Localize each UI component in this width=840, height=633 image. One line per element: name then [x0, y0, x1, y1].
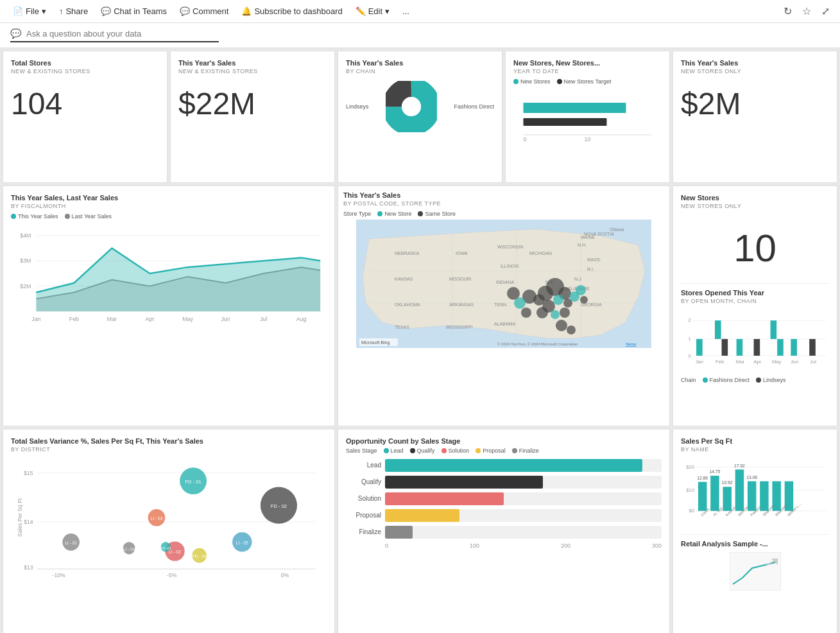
svg-rect-92	[791, 339, 797, 356]
lead-bar-row: Lead	[346, 459, 662, 472]
svg-text:Mar: Mar	[736, 359, 745, 365]
svg-text:0%: 0%	[281, 571, 289, 578]
qa-input[interactable]	[26, 29, 219, 39]
line-chart-title: This Year Sales, Last Year Sales	[11, 194, 327, 202]
svg-text:LI - 04: LI - 04	[123, 546, 135, 551]
bubble-chart-card[interactable]: Total Sales Variance %, Sales Per Sq Ft,…	[3, 429, 335, 633]
qa-input-wrapper[interactable]: 💬	[10, 28, 219, 42]
svg-text:© 2024 TomTom, © 2024 Microsof: © 2024 TomTom, © 2024 Microsoft Corporat…	[497, 342, 578, 346]
svg-text:IOWA: IOWA	[456, 251, 468, 256]
comment-button[interactable]: 💬 Comment	[175, 4, 234, 19]
sales-per-sqft-card[interactable]: Sales Per Sq Ft BY NAME $20 $10 $0 12.86…	[673, 429, 837, 633]
solution-legend: Solution	[441, 447, 470, 454]
svg-text:N.J.: N.J.	[574, 277, 583, 281]
subscribe-label: Subscribe to dashboard	[254, 6, 342, 16]
finalize-dot	[512, 448, 517, 453]
lindseys-legend: Lindseys	[756, 377, 786, 383]
topbar-right: ↻ ☆ ⤢	[781, 3, 832, 20]
svg-text:FD-03: FD-03	[160, 546, 171, 550]
line-chart-subtitle: BY FISCALMONTH	[11, 203, 327, 209]
proposal-fill	[385, 509, 459, 522]
new-stores-only-subtitle: NEW STORES ONLY	[681, 68, 829, 74]
new-stores-panel[interactable]: New Stores NEW STORES ONLY 10 Stores Ope…	[673, 186, 837, 426]
edit-chevron: ▾	[385, 6, 390, 16]
chat-teams-button[interactable]: 💬 Chat in Teams	[96, 4, 172, 19]
fashions-label: Fashions Direct	[454, 103, 494, 110]
svg-text:LI - 03: LI - 03	[151, 516, 163, 521]
file-menu[interactable]: 📄 File ▾	[8, 4, 51, 19]
svg-text:WISCONSIN: WISCONSIN	[497, 245, 523, 249]
refresh-icon[interactable]: ↻	[781, 3, 794, 20]
this-year-legend: This Year Sales	[11, 213, 58, 220]
svg-text:FD - 01: FD - 01	[185, 479, 201, 485]
this-year-sales-card[interactable]: This Year's Sales NEW & EXISTING STORES …	[170, 51, 335, 183]
qa-icon: 💬	[10, 28, 21, 39]
svg-text:ALABAMA: ALABAMA	[494, 322, 515, 326]
this-year-dot	[11, 214, 16, 219]
svg-text:$20: $20	[686, 464, 694, 470]
new-stores-panel-subtitle: NEW STORES ONLY	[681, 203, 829, 209]
lead-dot	[384, 448, 389, 453]
new-stores-only-value: $2M	[681, 87, 829, 121]
finalize-label: Finalize	[346, 528, 381, 535]
svg-point-2	[402, 97, 421, 116]
this-year-sales-subtitle: NEW & EXISTING STORES	[178, 68, 327, 74]
svg-point-70	[507, 287, 520, 300]
spf-chart-svg: $20 $10 $0 12.86 14.75 10.92 17.92 13.08	[681, 456, 829, 527]
svg-text:MASS.: MASS.	[587, 257, 601, 262]
sales-by-chain-card[interactable]: This Year's Sales BY CHAIN Lindseys Fash…	[338, 51, 502, 183]
map-card[interactable]: This Year's Sales BY POSTAL CODE, STORE …	[338, 186, 670, 426]
favorite-icon[interactable]: ☆	[800, 3, 814, 20]
new-stores-ytd-chart: 0 10	[513, 90, 662, 141]
svg-text:10.92: 10.92	[722, 480, 733, 485]
file-icon: 📄	[13, 6, 23, 16]
opportunity-card[interactable]: Opportunity Count by Sales Stage Sales S…	[338, 429, 670, 633]
lindseys-dot	[756, 377, 761, 383]
teams-icon: 💬	[101, 6, 111, 16]
svg-rect-88	[737, 339, 743, 356]
lead-label: Lead	[346, 462, 381, 469]
total-stores-card[interactable]: Total Stores NEW & EXISTING STORES 104	[3, 51, 167, 183]
svg-text:KANSAS: KANSAS	[395, 277, 413, 281]
line-chart-card[interactable]: This Year Sales, Last Year Sales BY FISC…	[3, 186, 335, 426]
svg-rect-85	[696, 339, 703, 356]
stores-opened-subtitle: BY OPEN MONTH, CHAIN	[681, 298, 829, 304]
svg-text:Sales Per Sq Ft: Sales Per Sq Ft	[17, 498, 23, 537]
solution-label: Solution	[346, 495, 381, 502]
svg-text:Jan: Jan	[696, 359, 703, 365]
more-button[interactable]: ...	[397, 4, 415, 19]
svg-rect-89	[754, 339, 760, 356]
same-store-dot	[418, 211, 423, 216]
svg-text:Microsoft Bing: Microsoft Bing	[361, 340, 390, 345]
sales-by-chain-title: This Year's Sales	[346, 59, 494, 67]
chain-label: Chain	[681, 377, 696, 383]
qa-bar: 💬	[0, 23, 840, 48]
new-stores-target-dot	[557, 79, 562, 84]
svg-text:May: May	[772, 359, 782, 365]
this-year-sales-title: This Year's Sales	[178, 59, 327, 67]
svg-rect-3	[524, 103, 626, 113]
more-label: ...	[402, 6, 409, 16]
svg-text:LI - 01: LI - 01	[65, 541, 77, 545]
edit-icon: ✏️	[356, 6, 366, 16]
opportunity-bars: Lead Qualify Solution Proposal	[346, 459, 662, 539]
svg-text:$10: $10	[686, 487, 694, 493]
proposal-track	[385, 509, 662, 522]
svg-text:0: 0	[524, 136, 527, 141]
new-stores-ytd-card[interactable]: New Stores, New Stores... YEAR TO DATE N…	[505, 51, 670, 183]
qualify-label: Qualify	[346, 478, 381, 485]
svg-text:OKLAHOMA: OKLAHOMA	[395, 302, 420, 307]
svg-rect-86	[715, 321, 721, 340]
share-button[interactable]: ↑ Share	[54, 4, 93, 19]
new-stores-panel-title: New Stores	[681, 194, 829, 202]
share-icon: ↑	[59, 6, 64, 16]
fullscreen-icon[interactable]: ⤢	[819, 3, 832, 20]
dashboard: Total Stores NEW & EXISTING STORES 104 T…	[0, 48, 840, 633]
subscribe-button[interactable]: 🔔 Subscribe to dashboard	[236, 4, 347, 19]
svg-text:NOVA SCOTIA: NOVA SCOTIA	[584, 232, 614, 236]
edit-button[interactable]: ✏️ Edit ▾	[350, 4, 395, 19]
svg-point-65	[551, 310, 560, 319]
svg-text:13.08: 13.08	[746, 474, 757, 479]
svg-text:R.I.: R.I.	[587, 267, 594, 272]
new-stores-only-card[interactable]: This Year's Sales NEW STORES ONLY $2M	[673, 51, 837, 183]
